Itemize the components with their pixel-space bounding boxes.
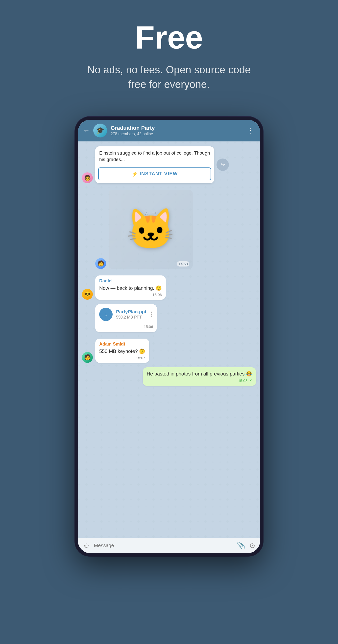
group-name: Graduation Party	[111, 125, 243, 131]
own-message-time: 15:08	[238, 378, 247, 383]
sticker-background: A = πr²V = l³P = 2πrA = πr²s = √(r²+h²)A…	[109, 190, 193, 269]
user-avatar-daniel: 😎	[82, 289, 93, 300]
instant-view-button[interactable]: ⚡ INSTANT VIEW	[98, 168, 211, 180]
download-arrow-icon: ↓	[104, 310, 108, 318]
daniel-bubble: Daniel Now — back to planning. 😉 15:06	[95, 276, 166, 300]
user-avatar-boy1: 🧑	[95, 258, 106, 269]
file-bubble: ↓ PartyPlan.ppt 550.2 MB PPT	[95, 304, 157, 332]
phone-frame: ← 🎓 Graduation Party 278 members, 42 onl…	[75, 117, 263, 556]
adam-sender-name: Adam Smidt	[99, 342, 145, 347]
dot2	[151, 314, 152, 315]
file-message-time: 15:06	[144, 324, 153, 329]
sticker-message-row: 🧑 A = πr²V = l³P = 2πrA = πr²s = √(r²+h²…	[82, 190, 256, 269]
adam-message-footer: 15:07	[99, 356, 145, 360]
message-input[interactable]	[94, 542, 233, 550]
article-message-row: 🧑 Einstein struggled to find a job out o…	[82, 146, 256, 183]
group-avatar-image: 🎓	[93, 124, 107, 138]
attach-button[interactable]: 📎	[237, 542, 246, 550]
bolt-icon: ⚡	[132, 171, 138, 177]
own-message-footer: 15:08 ✓	[147, 378, 252, 383]
adam-message-time: 15:07	[136, 356, 145, 360]
file-message-row: ↓ PartyPlan.ppt 550.2 MB PPT	[82, 304, 256, 332]
back-button[interactable]: ←	[83, 126, 90, 134]
user-avatar-girl: 🧑	[82, 172, 93, 183]
daniel-message-footer: 15:06	[99, 292, 162, 297]
cat-sticker-emoji: 🐱	[126, 206, 175, 253]
own-message-text: He pasted in photos from all previous pa…	[147, 370, 252, 377]
chat-body: 🧑 Einstein struggled to find a job out o…	[78, 142, 260, 538]
instant-view-label: INSTANT VIEW	[140, 171, 178, 176]
article-bubble: Einstein struggled to find a job out of …	[95, 146, 214, 183]
daniel-message-text: Now — back to planning. 😉	[99, 284, 162, 292]
chat-header: ← 🎓 Graduation Party 278 members, 42 onl…	[78, 120, 260, 142]
phone-wrapper: ← 🎓 Graduation Party 278 members, 42 onl…	[75, 117, 263, 556]
daniel-message-row: 😎 Daniel Now — back to planning. 😉 15:06	[82, 276, 256, 300]
file-info: PartyPlan.ppt 550.2 MB PPT	[116, 309, 146, 320]
share-button[interactable]: ↪	[217, 158, 229, 171]
hero-subtitle: No ads, no fees. Open source code free f…	[82, 63, 256, 92]
file-row: ↓ PartyPlan.ppt 550.2 MB PPT	[99, 308, 153, 321]
daniel-message-time: 15:06	[152, 292, 162, 297]
adam-bubble: Adam Smidt 550 MB keynote? 🤔 15:07	[95, 338, 149, 363]
adam-message-row: 🧑 Adam Smidt 550 MB keynote? 🤔 15:07	[82, 338, 256, 363]
hero-title: Free	[135, 20, 203, 55]
daniel-sender-name: Daniel	[99, 278, 162, 284]
adam-message-text: 550 MB keynote? 🤔	[99, 348, 145, 355]
input-bar: ☺ 📎 ⊙	[78, 538, 260, 553]
sticker-time: 14:58	[177, 261, 189, 266]
group-meta: 278 members, 42 online	[111, 132, 243, 136]
file-download-button[interactable]: ↓	[99, 308, 113, 321]
dot3	[151, 316, 152, 317]
header-menu-button[interactable]: ⋮	[246, 125, 255, 136]
dot1	[151, 312, 152, 313]
share-icon: ↪	[221, 162, 225, 168]
user-avatar-adam: 🧑	[82, 352, 93, 363]
hero-section: Free No ads, no fees. Open source code f…	[0, 0, 338, 107]
phone-screen: ← 🎓 Graduation Party 278 members, 42 onl…	[78, 120, 260, 553]
file-message-footer: 15:06	[99, 324, 153, 329]
article-preview-text: Einstein struggled to find a job out of …	[95, 146, 214, 166]
emoji-button[interactable]: ☺	[83, 542, 90, 550]
check-mark-icon: ✓	[249, 378, 252, 383]
own-bubble: He pasted in photos from all previous pa…	[143, 367, 256, 386]
file-menu-button[interactable]	[150, 310, 153, 318]
file-name: PartyPlan.ppt	[116, 309, 146, 314]
file-meta: 550.2 MB PPT	[116, 315, 146, 320]
camera-button[interactable]: ⊙	[249, 542, 255, 550]
own-message-row: He pasted in photos from all previous pa…	[82, 367, 256, 386]
header-info: Graduation Party 278 members, 42 online	[111, 125, 243, 136]
sticker-area: A = πr²V = l³P = 2πrA = πr²s = √(r²+h²)A…	[109, 190, 193, 269]
group-avatar: 🎓	[93, 124, 107, 138]
